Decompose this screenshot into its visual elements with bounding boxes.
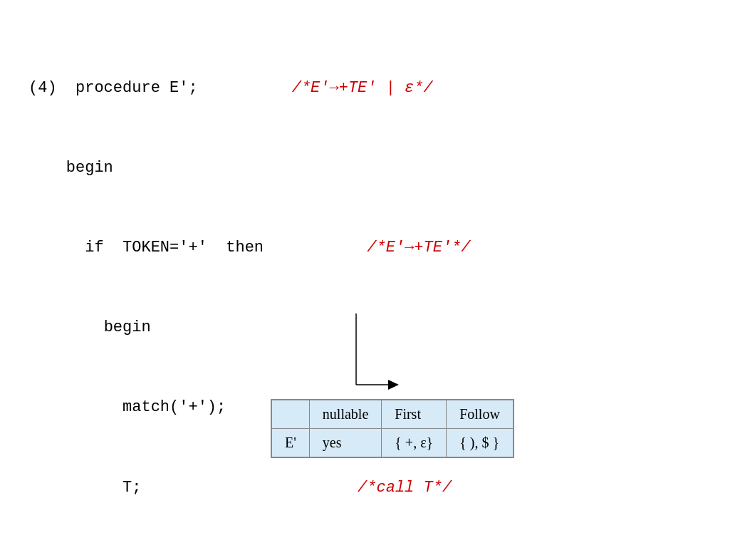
row-first: { +, ε} <box>382 429 447 458</box>
row-nullable: yes <box>309 429 381 458</box>
header-empty <box>271 400 309 429</box>
line3-comment: /*E'→+TE'*/ <box>367 239 470 256</box>
info-table: nullable First Follow E' yes { +, ε} { )… <box>271 399 514 458</box>
line1-number: (4) <box>28 79 57 97</box>
if-token-stmt: if TOKEN='+' then <box>85 239 264 256</box>
row-follow: { ), $ } <box>447 429 514 458</box>
t-call: T; <box>123 479 141 497</box>
header-follow: Follow <box>447 400 514 429</box>
arrow-svg <box>313 313 456 406</box>
code-line-2: begin <box>28 155 717 181</box>
code-line-1: (4) procedure E'; /*E'→+TE' | ε*/ <box>28 75 717 101</box>
svg-marker-2 <box>388 380 399 390</box>
code-line-7: E' /*call E'*/ <box>28 554 717 560</box>
inner-begin: begin <box>104 318 151 336</box>
line6-comment: /*call T*/ <box>358 479 452 497</box>
annotation-area: nullable First Follow E' yes { +, ε} { )… <box>271 399 514 458</box>
line1-proc: procedure E'; <box>75 79 198 97</box>
begin-keyword: begin <box>66 159 113 177</box>
row-symbol: E' <box>271 429 309 458</box>
code-line-3: if TOKEN='+' then /*E'→+TE'*/ <box>28 234 717 261</box>
code-line-6: T; /*call T*/ <box>28 475 717 501</box>
match-call: match('+'); <box>123 398 226 416</box>
line1-comment: /*E'→+TE' | ε*/ <box>292 79 433 97</box>
table-row: E' yes { +, ε} { ), $ } <box>271 429 514 458</box>
code-block: (4) procedure E'; /*E'→+TE' | ε*/ begin … <box>28 21 717 560</box>
